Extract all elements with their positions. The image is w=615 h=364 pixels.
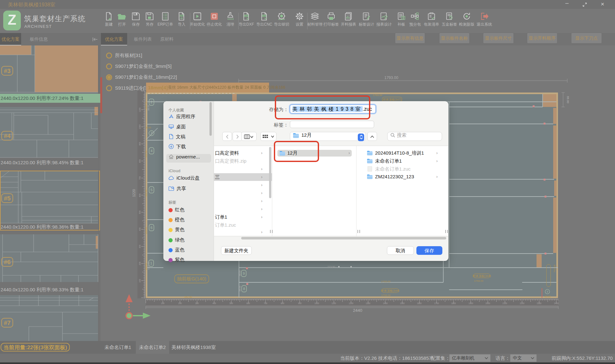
svg-text:5: 5 [151,188,152,192]
svg-text:柜体顶板(347): 柜体顶板(347) [382,98,401,101]
svg-text:1000: 1000 [139,124,141,129]
svg-text:500: 500 [230,302,233,304]
svg-text:900: 900 [139,142,141,145]
svg-text:1900: 1900 [469,302,473,304]
svg-text:蚕丝 16mm 大板尺寸(2440x1220 板件数量 24: 蚕丝 16mm 大板尺寸(2440x1220 板件数量 24 双面板 0 刀间余… [168,85,285,90]
svg-text:88.00: 88.00 [147,105,150,110]
svg-text:600: 600 [139,193,141,197]
svg-text:1793.00: 1793.00 [373,94,382,97]
svg-text:773.50: 773.50 [327,265,335,268]
svg-text:100: 100 [161,302,165,304]
svg-text:1100: 1100 [332,302,336,304]
svg-text:2: 2 [151,100,152,104]
svg-text:200: 200 [139,262,141,265]
svg-text:1300: 1300 [366,302,371,304]
svg-text:400: 400 [213,302,216,304]
svg-text:1500: 1500 [400,302,405,304]
svg-text:600: 600 [247,302,250,304]
svg-text:1800: 1800 [451,302,456,304]
svg-text:100: 100 [139,279,141,282]
svg-text:18mm[4]: 18mm[4] [148,85,168,90]
svg-text:333.95: 333.95 [145,150,147,158]
svg-text:500: 500 [139,210,141,214]
svg-text:223.95: 223.95 [145,227,147,234]
svg-text:2300: 2300 [537,302,542,304]
svg-text:40.00: 40.00 [545,295,551,298]
svg-text:抽前板G(140): 抽前板G(140) [177,276,206,281]
svg-text:700: 700 [264,302,267,304]
svg-text:1793.00: 1793.00 [384,76,398,80]
svg-text:800: 800 [139,159,141,163]
svg-text:700: 700 [139,176,141,180]
svg-text:8: 8 [243,287,245,291]
svg-text:1793.00: 1793.00 [474,279,483,282]
svg-text:1000: 1000 [315,302,319,304]
svg-text:1793.00: 1793.00 [381,294,390,297]
svg-text:1793.00: 1793.00 [381,280,390,283]
svg-text:9: 9 [243,271,245,275]
svg-text:柜体顶板(344): 柜体顶板(344) [381,289,399,292]
svg-text:800: 800 [281,302,284,304]
svg-text:88.00: 88.00 [566,96,570,103]
svg-text:741.05: 741.05 [553,264,556,272]
svg-text:30.00: 30.00 [146,126,151,129]
svg-text:900: 900 [298,302,302,304]
svg-text:333.95: 333.95 [145,190,147,197]
svg-text:400: 400 [139,227,141,231]
svg-text:343.75: 343.75 [145,102,147,109]
svg-text:200: 200 [178,302,182,304]
svg-text:2000: 2000 [486,302,490,304]
svg-text:4: 4 [151,149,152,153]
svg-text:88.00: 88.00 [239,286,241,291]
svg-text:1220: 1220 [132,189,136,197]
svg-text:1200: 1200 [349,302,354,304]
svg-text:2440: 2440 [353,308,362,313]
svg-text:1700: 1700 [434,302,439,304]
svg-text:2200: 2200 [520,302,525,304]
svg-text:88.00: 88.00 [239,270,241,276]
svg-text:300: 300 [195,302,199,304]
svg-text:6: 6 [151,226,152,230]
svg-text:柜体顶板(344): 柜体顶板(344) [472,274,491,278]
svg-text:1600: 1600 [417,302,422,304]
svg-text:7: 7 [546,290,548,294]
svg-text:300: 300 [139,245,141,248]
svg-text:2400: 2400 [554,302,559,304]
svg-text:2100: 2100 [503,302,507,304]
svg-text:1220.00: 1220.00 [147,262,150,270]
svg-text:342.50: 342.50 [184,295,192,298]
svg-text:1100: 1100 [139,108,141,112]
svg-text:223.95: 223.95 [145,263,147,270]
svg-text:1400: 1400 [383,302,388,304]
svg-text:1: 1 [150,261,152,265]
